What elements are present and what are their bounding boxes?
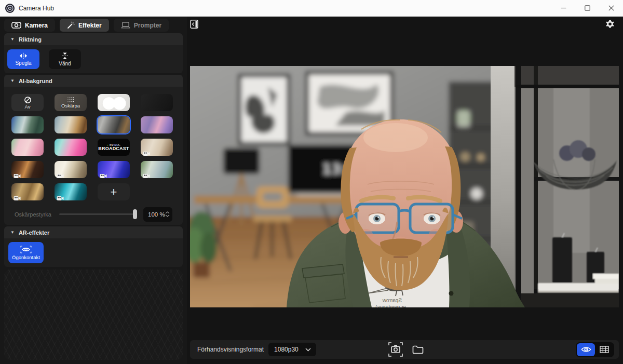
custom-background-camera-badge: [100, 171, 107, 177]
thumbnail-label: Av: [25, 104, 31, 110]
thumbnail-label: Oskärpa: [61, 103, 80, 109]
blur-strength-label: Oskärpestyrka: [15, 211, 59, 218]
custom-background-camera-badge: [13, 194, 21, 199]
nvidia-broadcast-logo: ◖ NVIDIA.BROADCAST: [98, 144, 129, 151]
settings-gear-icon[interactable]: [605, 19, 615, 29]
room-shelf-scene: [491, 66, 619, 307]
stepper-up-icon: [165, 211, 170, 214]
section-riktning-title: Riktning: [19, 36, 42, 43]
bg-thumbnail-sovrum-beige[interactable]: [141, 139, 173, 156]
collapse-caret-icon: ▼: [10, 37, 15, 42]
blur-strength-slider-handle[interactable]: [133, 209, 137, 219]
blur-strength-value-box[interactable]: 100 %: [143, 207, 172, 222]
preview-format-label: Förhandsvisningsformat: [197, 346, 264, 353]
main-area: 13:00: [187, 17, 623, 364]
view-toggle-group: [576, 342, 614, 357]
eye-contact-button[interactable]: Ögonkontakt: [8, 242, 44, 263]
tshirt-text-line1: Sparrow: [382, 298, 402, 303]
blur-strength-value: 100 %: [148, 211, 165, 218]
maximize-button[interactable]: [575, 0, 599, 16]
blur-strength-stepper[interactable]: [165, 211, 172, 217]
bg-thumbnail-ljus-studio[interactable]: [98, 94, 130, 111]
plus-icon: +: [111, 186, 117, 198]
preview-format-value: 1080p30: [274, 346, 299, 353]
bg-thumbnail-gaming-rum[interactable]: [55, 183, 87, 200]
custom-background-camera-badge: [13, 171, 21, 177]
decorative-pattern-panel: [4, 269, 183, 360]
preview-format-dropdown[interactable]: 1080p30: [268, 343, 316, 356]
tab-kamera[interactable]: Kamera: [4, 19, 55, 32]
section-ar-effects-header[interactable]: ▼ AR-effekter: [4, 226, 183, 238]
section-riktning: ▼ Riktning Spegla: [4, 33, 183, 73]
flip-button-label: Vänd: [59, 61, 71, 66]
bg-thumbnail-mork-studio[interactable]: [141, 94, 173, 111]
custom-background-camera-badge: [57, 171, 64, 177]
blur-strength-row: Oskärpestyrka 100 %: [4, 207, 183, 225]
tab-effekter-label: Effekter: [78, 22, 102, 29]
flip-horizontal-icon: [18, 52, 29, 59]
bg-thumbnail-vardagsrum-beige[interactable]: [55, 116, 87, 133]
tshirt-text-line2: er montanus): [375, 304, 406, 307]
mirror-button[interactable]: Spegla: [7, 49, 39, 69]
bg-thumbnail-oskarpa[interactable]: Oskärpa: [55, 94, 87, 111]
bg-thumbnail-bla-skarm[interactable]: [98, 161, 130, 178]
bg-thumbnail-ljust-fonster[interactable]: [55, 161, 87, 178]
window-title: Camera Hub: [19, 5, 54, 12]
snapshot-button[interactable]: [388, 342, 403, 357]
custom-background-camera-badge: [143, 149, 150, 154]
eye-contact-icon: [20, 246, 32, 253]
eye-contact-button-label: Ögonkontakt: [12, 254, 40, 260]
open-folder-button[interactable]: [412, 345, 424, 354]
bg-thumbnail-kontor-fonster[interactable]: [11, 116, 44, 133]
stepper-down-icon: [165, 214, 170, 217]
minimize-button[interactable]: [551, 0, 575, 16]
bg-thumbnail-mysigt-morkt[interactable]: [11, 161, 44, 178]
bg-thumbnail-stadsutsikt[interactable]: [141, 161, 173, 178]
tab-prompter[interactable]: Prompter: [114, 19, 169, 32]
section-riktning-header[interactable]: ▼ Riktning: [4, 33, 183, 45]
section-ai-background: ▼ AI-bakgrund AvOskärpa◖ NVIDIA.BROADCAS…: [4, 75, 183, 225]
tab-prompter-label: Prompter: [134, 22, 161, 29]
add-background-button[interactable]: +: [98, 183, 130, 200]
preview-toolbar: Förhandsvisningsformat 1080p30: [190, 340, 619, 359]
magic-wand-icon: [67, 21, 75, 29]
tab-kamera-label: Kamera: [25, 22, 48, 29]
section-ar-effects: ▼ AR-effekter Ögonkontakt: [4, 226, 183, 267]
prompter-icon: [121, 22, 130, 29]
main-tabbar: Kamera Effekter: [4, 19, 169, 32]
blur-strength-slider[interactable]: [59, 213, 137, 215]
close-button[interactable]: [599, 0, 623, 16]
collapse-caret-icon: ▼: [10, 79, 15, 83]
sidebar-collapse-icon[interactable]: [190, 20, 198, 29]
preview-visibility-toggle[interactable]: [577, 343, 595, 356]
bg-thumbnail-fonster-lampa[interactable]: [11, 183, 44, 200]
app-window: Camera Hub Kamera: [0, 0, 623, 364]
bg-thumbnail-nvidia-broadcast[interactable]: ◖ NVIDIA.BROADCAST: [98, 139, 130, 156]
bg-thumbnail-lofi-rum[interactable]: [141, 116, 173, 133]
section-ai-background-title: AI-bakgrund: [19, 78, 52, 84]
collapse-caret-icon: ▼: [10, 231, 15, 235]
custom-background-camera-badge: [57, 194, 64, 199]
bg-thumbnail-kontor-gratt[interactable]: [98, 116, 130, 133]
app-logo-icon: [5, 4, 15, 13]
section-ar-effects-title: AR-effekter: [19, 230, 49, 236]
titlebar: Camera Hub: [0, 0, 623, 17]
mirror-button-label: Spegla: [15, 60, 31, 66]
camera-preview-video: 13:00: [190, 66, 619, 307]
bg-thumbnail-rosa-rum[interactable]: [11, 139, 44, 156]
webcam-icon: [11, 22, 21, 29]
chevron-down-icon: [305, 348, 311, 352]
flip-vertical-icon: [61, 52, 69, 60]
ai-background-grid: AvOskärpa◖ NVIDIA.BROADCAST+: [4, 87, 183, 207]
flip-button[interactable]: Vänd: [49, 49, 81, 69]
bg-thumbnail-rosa-soffa[interactable]: [55, 139, 87, 156]
eye-icon: [581, 346, 591, 353]
tab-effekter[interactable]: Effekter: [60, 19, 109, 32]
section-ai-background-header[interactable]: ▼ AI-bakgrund: [4, 75, 183, 87]
effects-sidebar: Kamera Effekter: [0, 17, 187, 364]
bg-thumbnail-av[interactable]: Av: [11, 94, 44, 111]
custom-background-camera-badge: [143, 171, 150, 177]
grid-icon: [600, 346, 609, 353]
grid-overlay-toggle[interactable]: [595, 343, 613, 356]
